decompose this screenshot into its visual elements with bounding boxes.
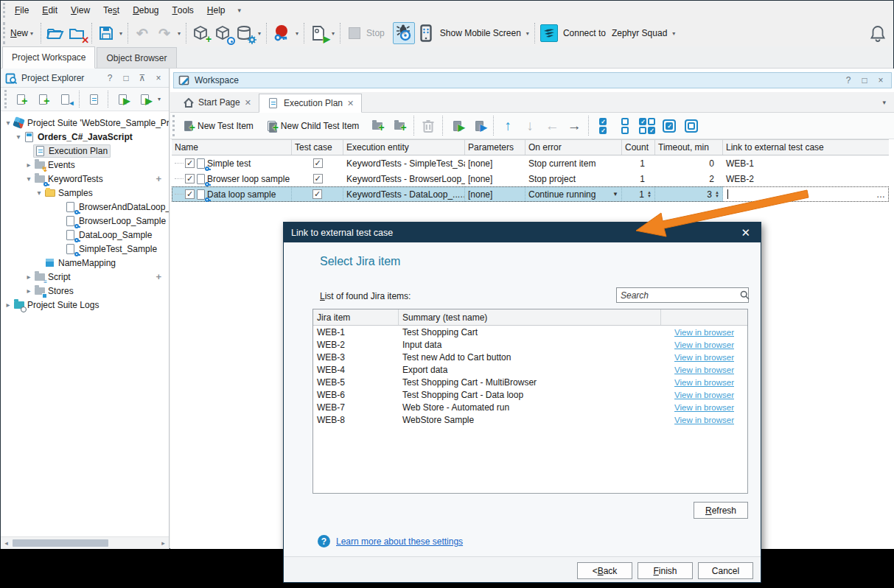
jira-row[interactable]: WEB-2 Input data View in browser — [313, 338, 747, 351]
move-left-button[interactable]: ← — [541, 116, 563, 136]
tab-object-browser[interactable]: Object Browser — [97, 47, 176, 68]
menu-view[interactable]: View — [64, 1, 97, 20]
view-in-browser-link[interactable]: View in browser — [674, 365, 734, 374]
show-mobile-screen-label[interactable]: Show Mobile Screen — [437, 28, 524, 38]
timeout-spinner-value[interactable]: 3 — [707, 189, 712, 200]
stop-button[interactable]: Stop — [343, 22, 393, 44]
tab-list-dropdown-icon[interactable]: ▾ — [882, 99, 886, 106]
entity-ellipsis-button[interactable]: … — [460, 189, 465, 200]
run-options-dropdown-icon[interactable]: ▾ — [156, 96, 163, 102]
redo-dropdown-icon[interactable]: ▾ — [175, 30, 183, 37]
tree-item-browseranddataloop[interactable]: BrowserAndDataLoop_ — [1, 200, 169, 214]
tree-item-dataloop[interactable]: DataLoop_Sample — [1, 228, 169, 242]
spinner-icon[interactable]: ▲▼ — [647, 191, 652, 198]
view-in-browser-link[interactable]: View in browser — [674, 416, 734, 424]
panel-close-icon[interactable]: × — [153, 73, 164, 83]
close-tab-icon[interactable]: ✕ — [245, 98, 251, 108]
jira-row[interactable]: WEB-5 Test Shopping Cart - MultiBrowser … — [313, 376, 747, 388]
menubar-overflow-icon[interactable]: ▾ — [232, 1, 248, 20]
open-project-button[interactable] — [44, 22, 66, 44]
mobile-screen-button[interactable] — [415, 22, 437, 44]
tree-item-events[interactable]: ▸ ↯ Events — [1, 158, 169, 172]
row-parameters[interactable]: [none] — [465, 186, 525, 202]
search-icon[interactable] — [740, 290, 752, 300]
menu-test[interactable]: Test — [97, 1, 126, 20]
workspace-help-icon[interactable]: ? — [842, 75, 854, 85]
link-edit-cell[interactable]: … — [723, 186, 889, 202]
run-selected-button[interactable]: ▶ — [133, 88, 156, 111]
new-test-item-button[interactable]: + New Test Item — [178, 116, 261, 136]
uncheck-all-button[interactable] — [614, 116, 636, 136]
zephyr-connect-button[interactable] — [538, 22, 560, 44]
row-on-error[interactable]: Stop current item — [525, 155, 622, 171]
view-in-browser-link[interactable]: View in browser — [674, 353, 734, 362]
save-button[interactable] — [95, 22, 117, 44]
on-error-dropdown[interactable]: Continue running — [528, 189, 596, 200]
jira-row[interactable]: WEB-8 WebStore Sample View in browser — [313, 413, 747, 426]
test-case-checkbox[interactable]: ✓ — [312, 189, 322, 199]
jira-row[interactable]: WEB-4 Export data View in browser — [313, 363, 747, 376]
tree-item-script[interactable]: ▸ ≡ Script + — [1, 270, 169, 284]
table-row[interactable]: ✓Browser loop sample ✓ KeywordTests - Br… — [172, 171, 889, 186]
tree-item-samples[interactable]: ▾ Samples — [1, 186, 169, 200]
run-focused-item-button[interactable]: ▶ — [446, 116, 468, 136]
column-header-test-case[interactable]: Test case — [292, 140, 343, 155]
move-up-button[interactable]: ↑ — [497, 116, 519, 136]
row-parameters[interactable]: [none] — [465, 155, 525, 171]
scrollbar-thumb[interactable] — [13, 539, 108, 547]
tab-execution-plan[interactable]: Execution Plan ✕ — [259, 94, 362, 113]
dropdown-caret-icon[interactable]: ▼ — [612, 191, 618, 197]
connect-target-label[interactable]: Zephyr Squad — [609, 28, 670, 38]
workspace-maximize-icon[interactable]: □ — [859, 75, 870, 85]
column-header-parameters[interactable]: Parameters — [465, 140, 525, 155]
row-entity[interactable]: KeywordTests - BrowserLoop_... — [343, 171, 465, 186]
move-down-button[interactable]: ↓ — [519, 116, 541, 136]
new-child-group-button[interactable]: + — [388, 116, 411, 136]
add-script-button[interactable]: + — [156, 271, 161, 282]
column-header-timeout[interactable]: Timeout, min — [655, 140, 723, 155]
tree-item-namemapping[interactable]: NameMapping — [1, 256, 169, 270]
chevron-right-icon[interactable]: ▸ — [24, 287, 33, 295]
delete-item-button[interactable] — [417, 116, 439, 136]
spinner-icon[interactable]: ▲▼ — [715, 191, 719, 198]
column-header-link[interactable]: Link to external test case — [723, 140, 889, 155]
menu-debug[interactable]: Debug — [126, 1, 165, 20]
row-parameters[interactable]: [none] — [465, 171, 525, 186]
row-on-error[interactable]: Stop project — [525, 171, 622, 186]
scroll-left-icon[interactable]: ◂ — [1, 539, 12, 547]
tab-project-workspace[interactable]: Project Workspace — [2, 46, 95, 69]
run-selected-items-button[interactable]: ▶ — [468, 116, 490, 136]
chevron-right-icon[interactable]: ▸ — [24, 161, 33, 169]
row-entity[interactable]: KeywordTests - DataLoop_... — [346, 189, 460, 200]
chevron-down-icon[interactable]: ▾ — [24, 175, 33, 183]
jira-row[interactable]: WEB-7 Web Store - Automated run View in … — [313, 401, 747, 413]
new-button[interactable]: New ▾ — [8, 22, 38, 44]
panel-maximize-icon[interactable]: □ — [120, 73, 132, 83]
undo-button[interactable]: ↶ — [131, 22, 153, 44]
panel-pin-icon[interactable]: ⊼ — [136, 73, 148, 83]
menu-tools[interactable]: Tools — [166, 1, 200, 20]
back-button[interactable]: < Back — [577, 562, 632, 579]
uncheck-selected-button[interactable] — [680, 116, 702, 136]
jira-row[interactable]: WEB-1 Test Shopping Cart View in browser — [313, 326, 747, 338]
row-link[interactable]: WEB-1 — [723, 155, 889, 171]
move-right-button[interactable]: → — [563, 116, 585, 136]
record-button[interactable] — [270, 22, 293, 44]
chevron-down-icon[interactable]: ▾ — [4, 119, 13, 127]
redo-button[interactable]: ↷ — [153, 22, 175, 44]
toolbar-grip[interactable] — [3, 22, 7, 44]
add-keyword-test-button[interactable]: + — [156, 173, 161, 184]
view-in-browser-link[interactable]: View in browser — [674, 378, 734, 387]
column-header-summary[interactable]: Summary (test name) — [399, 309, 661, 325]
table-row-selected[interactable]: ✓Data loop sample ✓ KeywordTests - DataL… — [172, 186, 889, 202]
row-count[interactable]: 1 — [622, 155, 655, 171]
tree-item-simpletest[interactable]: SimpleTest_Sample — [1, 242, 169, 256]
object-spy-button[interactable] — [212, 22, 234, 44]
add-object-button[interactable]: + — [189, 22, 212, 44]
panel-toolbar-grip[interactable] — [4, 90, 8, 108]
run-button[interactable]: ▶ — [307, 22, 329, 44]
link-ellipsis-button[interactable]: … — [876, 189, 886, 200]
add-new-item-button[interactable]: + — [10, 88, 32, 111]
dialog-close-icon[interactable]: ✕ — [738, 226, 753, 239]
column-header-execution-entity[interactable]: Execution entity — [343, 140, 465, 155]
